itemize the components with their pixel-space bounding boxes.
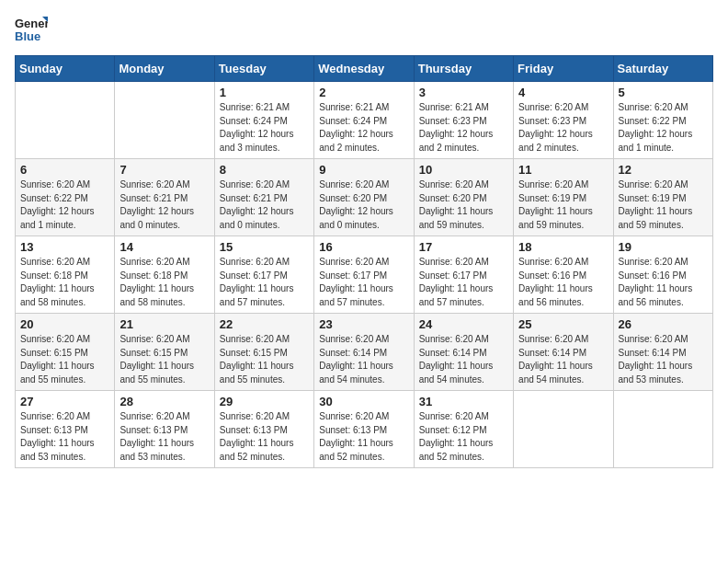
- day-cell: 29Sunrise: 6:20 AM Sunset: 6:13 PM Dayli…: [214, 391, 313, 468]
- day-detail: Sunrise: 6:20 AM Sunset: 6:17 PM Dayligh…: [419, 256, 508, 309]
- day-detail: Sunrise: 6:20 AM Sunset: 6:16 PM Dayligh…: [619, 256, 708, 309]
- day-cell: 19Sunrise: 6:20 AM Sunset: 6:16 PM Dayli…: [613, 236, 712, 314]
- day-detail: Sunrise: 6:20 AM Sunset: 6:22 PM Dayligh…: [20, 178, 109, 232]
- day-number: 21: [119, 317, 209, 331]
- day-cell: 10Sunrise: 6:20 AM Sunset: 6:20 PM Dayli…: [414, 159, 513, 236]
- calendar-header-row: SundayMondayTuesdayWednesdayThursdayFrid…: [16, 56, 713, 82]
- day-cell: 28Sunrise: 6:20 AM Sunset: 6:13 PM Dayli…: [115, 391, 214, 468]
- day-detail: Sunrise: 6:20 AM Sunset: 6:13 PM Dayligh…: [20, 410, 109, 464]
- day-number: 20: [20, 317, 109, 331]
- week-row-2: 6Sunrise: 6:20 AM Sunset: 6:22 PM Daylig…: [16, 159, 713, 236]
- day-detail: Sunrise: 6:20 AM Sunset: 6:23 PM Dayligh…: [518, 101, 608, 155]
- day-detail: Sunrise: 6:20 AM Sunset: 6:20 PM Dayligh…: [419, 178, 508, 232]
- day-number: 17: [419, 240, 508, 254]
- week-row-1: 1Sunrise: 6:21 AM Sunset: 6:24 PM Daylig…: [16, 82, 713, 159]
- day-header-friday: Friday: [514, 56, 613, 82]
- day-detail: Sunrise: 6:20 AM Sunset: 6:14 PM Dayligh…: [518, 333, 608, 386]
- day-number: 24: [419, 317, 508, 331]
- day-number: 19: [619, 240, 708, 254]
- day-cell: 30Sunrise: 6:20 AM Sunset: 6:13 PM Dayli…: [314, 391, 414, 468]
- day-detail: Sunrise: 6:20 AM Sunset: 6:13 PM Dayligh…: [319, 410, 408, 464]
- day-cell: 14Sunrise: 6:20 AM Sunset: 6:18 PM Dayli…: [115, 236, 214, 314]
- day-header-tuesday: Tuesday: [214, 56, 313, 82]
- day-detail: Sunrise: 6:20 AM Sunset: 6:19 PM Dayligh…: [518, 178, 608, 232]
- day-cell: 20Sunrise: 6:20 AM Sunset: 6:15 PM Dayli…: [16, 314, 115, 391]
- day-header-wednesday: Wednesday: [314, 56, 414, 82]
- day-detail: Sunrise: 6:20 AM Sunset: 6:15 PM Dayligh…: [220, 333, 309, 386]
- day-detail: Sunrise: 6:20 AM Sunset: 6:13 PM Dayligh…: [119, 410, 209, 464]
- day-detail: Sunrise: 6:20 AM Sunset: 6:17 PM Dayligh…: [220, 256, 309, 309]
- day-cell: 22Sunrise: 6:20 AM Sunset: 6:15 PM Dayli…: [214, 314, 313, 391]
- day-cell: 7Sunrise: 6:20 AM Sunset: 6:21 PM Daylig…: [115, 159, 214, 236]
- day-cell: [115, 82, 214, 159]
- day-detail: Sunrise: 6:21 AM Sunset: 6:24 PM Dayligh…: [319, 101, 408, 155]
- svg-text:Blue: Blue: [15, 29, 40, 43]
- day-number: 2: [319, 86, 408, 99]
- day-cell: 18Sunrise: 6:20 AM Sunset: 6:16 PM Dayli…: [514, 236, 613, 314]
- day-number: 3: [419, 86, 508, 99]
- day-detail: Sunrise: 6:20 AM Sunset: 6:16 PM Dayligh…: [518, 256, 608, 309]
- day-number: 12: [619, 163, 708, 177]
- day-number: 4: [518, 86, 608, 99]
- day-cell: 6Sunrise: 6:20 AM Sunset: 6:22 PM Daylig…: [16, 159, 115, 236]
- day-cell: [613, 391, 712, 468]
- day-detail: Sunrise: 6:20 AM Sunset: 6:22 PM Dayligh…: [619, 101, 708, 155]
- day-cell: 9Sunrise: 6:20 AM Sunset: 6:20 PM Daylig…: [314, 159, 414, 236]
- day-number: 5: [619, 86, 708, 99]
- day-cell: 4Sunrise: 6:20 AM Sunset: 6:23 PM Daylig…: [514, 82, 613, 159]
- day-cell: 17Sunrise: 6:20 AM Sunset: 6:17 PM Dayli…: [414, 236, 513, 314]
- day-header-sunday: Sunday: [16, 56, 115, 82]
- day-cell: [16, 82, 115, 159]
- day-detail: Sunrise: 6:20 AM Sunset: 6:19 PM Dayligh…: [619, 178, 708, 232]
- day-number: 26: [619, 317, 708, 331]
- day-number: 8: [220, 163, 309, 177]
- day-cell: [514, 391, 613, 468]
- calendar-table: SundayMondayTuesdayWednesdayThursdayFrid…: [15, 55, 713, 468]
- day-detail: Sunrise: 6:20 AM Sunset: 6:18 PM Dayligh…: [20, 256, 109, 309]
- day-number: 15: [220, 240, 309, 254]
- day-number: 11: [518, 163, 608, 177]
- day-detail: Sunrise: 6:20 AM Sunset: 6:21 PM Dayligh…: [119, 178, 209, 232]
- day-number: 23: [319, 317, 408, 331]
- day-detail: Sunrise: 6:20 AM Sunset: 6:15 PM Dayligh…: [20, 333, 109, 386]
- day-cell: 27Sunrise: 6:20 AM Sunset: 6:13 PM Dayli…: [16, 391, 115, 468]
- day-number: 10: [419, 163, 508, 177]
- day-cell: 12Sunrise: 6:20 AM Sunset: 6:19 PM Dayli…: [613, 159, 712, 236]
- day-number: 27: [20, 395, 109, 408]
- day-detail: Sunrise: 6:20 AM Sunset: 6:14 PM Dayligh…: [419, 333, 508, 386]
- day-header-saturday: Saturday: [613, 56, 712, 82]
- week-row-5: 27Sunrise: 6:20 AM Sunset: 6:13 PM Dayli…: [16, 391, 713, 468]
- day-detail: Sunrise: 6:20 AM Sunset: 6:20 PM Dayligh…: [319, 178, 408, 232]
- day-cell: 13Sunrise: 6:20 AM Sunset: 6:18 PM Dayli…: [16, 236, 115, 314]
- day-number: 28: [119, 395, 209, 408]
- logo: General Blue: [15, 15, 48, 48]
- day-detail: Sunrise: 6:20 AM Sunset: 6:15 PM Dayligh…: [119, 333, 209, 386]
- day-detail: Sunrise: 6:20 AM Sunset: 6:12 PM Dayligh…: [419, 410, 508, 464]
- day-cell: 5Sunrise: 6:20 AM Sunset: 6:22 PM Daylig…: [613, 82, 712, 159]
- day-cell: 25Sunrise: 6:20 AM Sunset: 6:14 PM Dayli…: [514, 314, 613, 391]
- day-detail: Sunrise: 6:20 AM Sunset: 6:14 PM Dayligh…: [619, 333, 708, 386]
- day-number: 30: [319, 395, 408, 408]
- day-cell: 26Sunrise: 6:20 AM Sunset: 6:14 PM Dayli…: [613, 314, 712, 391]
- day-number: 7: [119, 163, 209, 177]
- week-row-4: 20Sunrise: 6:20 AM Sunset: 6:15 PM Dayli…: [16, 314, 713, 391]
- day-cell: 16Sunrise: 6:20 AM Sunset: 6:17 PM Dayli…: [314, 236, 414, 314]
- day-cell: 21Sunrise: 6:20 AM Sunset: 6:15 PM Dayli…: [115, 314, 214, 391]
- day-header-thursday: Thursday: [414, 56, 513, 82]
- day-number: 31: [419, 395, 508, 408]
- day-detail: Sunrise: 6:20 AM Sunset: 6:13 PM Dayligh…: [220, 410, 309, 464]
- day-number: 9: [319, 163, 408, 177]
- day-number: 22: [220, 317, 309, 331]
- day-detail: Sunrise: 6:20 AM Sunset: 6:18 PM Dayligh…: [119, 256, 209, 309]
- logo-icon: General Blue: [15, 15, 48, 48]
- day-cell: 2Sunrise: 6:21 AM Sunset: 6:24 PM Daylig…: [314, 82, 414, 159]
- day-detail: Sunrise: 6:21 AM Sunset: 6:24 PM Dayligh…: [220, 101, 309, 155]
- day-cell: 15Sunrise: 6:20 AM Sunset: 6:17 PM Dayli…: [214, 236, 313, 314]
- day-cell: 23Sunrise: 6:20 AM Sunset: 6:14 PM Dayli…: [314, 314, 414, 391]
- day-number: 16: [319, 240, 408, 254]
- day-number: 18: [518, 240, 608, 254]
- day-cell: 8Sunrise: 6:20 AM Sunset: 6:21 PM Daylig…: [214, 159, 313, 236]
- day-cell: 31Sunrise: 6:20 AM Sunset: 6:12 PM Dayli…: [414, 391, 513, 468]
- day-cell: 24Sunrise: 6:20 AM Sunset: 6:14 PM Dayli…: [414, 314, 513, 391]
- page-header: General Blue: [15, 15, 713, 48]
